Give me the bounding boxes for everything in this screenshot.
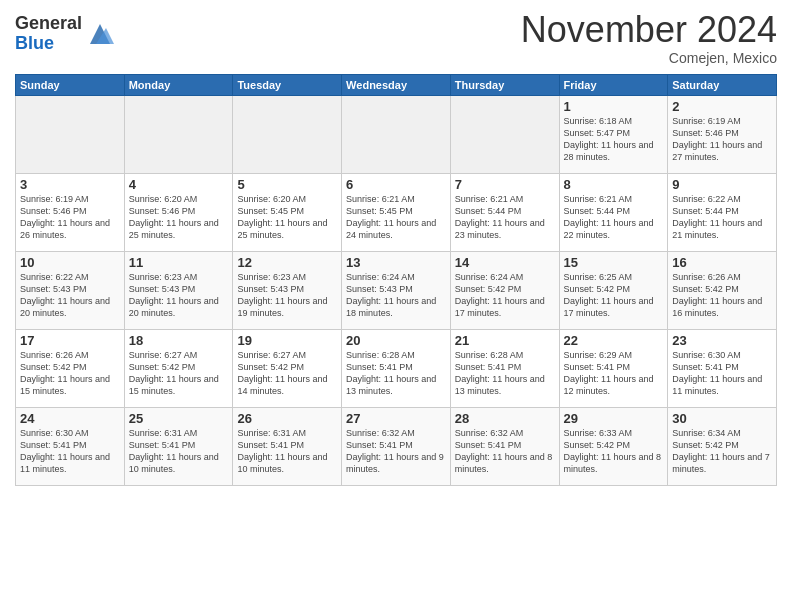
location: Comejen, Mexico — [521, 50, 777, 66]
calendar-cell — [233, 95, 342, 173]
day-detail: Sunrise: 6:28 AM Sunset: 5:41 PM Dayligh… — [455, 349, 555, 398]
calendar-cell: 4Sunrise: 6:20 AM Sunset: 5:46 PM Daylig… — [124, 173, 233, 251]
calendar-cell: 25Sunrise: 6:31 AM Sunset: 5:41 PM Dayli… — [124, 407, 233, 485]
week-row-4: 17Sunrise: 6:26 AM Sunset: 5:42 PM Dayli… — [16, 329, 777, 407]
day-number: 29 — [564, 411, 664, 426]
calendar-cell: 6Sunrise: 6:21 AM Sunset: 5:45 PM Daylig… — [342, 173, 451, 251]
calendar-cell: 30Sunrise: 6:34 AM Sunset: 5:42 PM Dayli… — [668, 407, 777, 485]
day-number: 3 — [20, 177, 120, 192]
header: General Blue November 2024 Comejen, Mexi… — [15, 10, 777, 66]
day-detail: Sunrise: 6:27 AM Sunset: 5:42 PM Dayligh… — [129, 349, 229, 398]
header-row: SundayMondayTuesdayWednesdayThursdayFrid… — [16, 74, 777, 95]
calendar-cell: 22Sunrise: 6:29 AM Sunset: 5:41 PM Dayli… — [559, 329, 668, 407]
day-number: 21 — [455, 333, 555, 348]
calendar-cell: 19Sunrise: 6:27 AM Sunset: 5:42 PM Dayli… — [233, 329, 342, 407]
day-number: 22 — [564, 333, 664, 348]
week-row-3: 10Sunrise: 6:22 AM Sunset: 5:43 PM Dayli… — [16, 251, 777, 329]
logo-text: General Blue — [15, 14, 82, 54]
day-detail: Sunrise: 6:26 AM Sunset: 5:42 PM Dayligh… — [672, 271, 772, 320]
title-section: November 2024 Comejen, Mexico — [521, 10, 777, 66]
calendar-cell: 23Sunrise: 6:30 AM Sunset: 5:41 PM Dayli… — [668, 329, 777, 407]
day-detail: Sunrise: 6:25 AM Sunset: 5:42 PM Dayligh… — [564, 271, 664, 320]
calendar-cell: 3Sunrise: 6:19 AM Sunset: 5:46 PM Daylig… — [16, 173, 125, 251]
day-detail: Sunrise: 6:28 AM Sunset: 5:41 PM Dayligh… — [346, 349, 446, 398]
week-row-2: 3Sunrise: 6:19 AM Sunset: 5:46 PM Daylig… — [16, 173, 777, 251]
calendar-cell: 7Sunrise: 6:21 AM Sunset: 5:44 PM Daylig… — [450, 173, 559, 251]
day-detail: Sunrise: 6:24 AM Sunset: 5:43 PM Dayligh… — [346, 271, 446, 320]
calendar-cell: 26Sunrise: 6:31 AM Sunset: 5:41 PM Dayli… — [233, 407, 342, 485]
day-detail: Sunrise: 6:30 AM Sunset: 5:41 PM Dayligh… — [20, 427, 120, 476]
day-detail: Sunrise: 6:19 AM Sunset: 5:46 PM Dayligh… — [20, 193, 120, 242]
calendar-cell: 11Sunrise: 6:23 AM Sunset: 5:43 PM Dayli… — [124, 251, 233, 329]
calendar-cell: 29Sunrise: 6:33 AM Sunset: 5:42 PM Dayli… — [559, 407, 668, 485]
calendar-cell: 2Sunrise: 6:19 AM Sunset: 5:46 PM Daylig… — [668, 95, 777, 173]
day-detail: Sunrise: 6:22 AM Sunset: 5:43 PM Dayligh… — [20, 271, 120, 320]
day-number: 23 — [672, 333, 772, 348]
day-number: 28 — [455, 411, 555, 426]
week-row-5: 24Sunrise: 6:30 AM Sunset: 5:41 PM Dayli… — [16, 407, 777, 485]
day-number: 16 — [672, 255, 772, 270]
day-number: 12 — [237, 255, 337, 270]
calendar-cell: 28Sunrise: 6:32 AM Sunset: 5:41 PM Dayli… — [450, 407, 559, 485]
day-number: 30 — [672, 411, 772, 426]
day-detail: Sunrise: 6:27 AM Sunset: 5:42 PM Dayligh… — [237, 349, 337, 398]
day-detail: Sunrise: 6:23 AM Sunset: 5:43 PM Dayligh… — [129, 271, 229, 320]
day-number: 20 — [346, 333, 446, 348]
day-number: 17 — [20, 333, 120, 348]
day-header-friday: Friday — [559, 74, 668, 95]
day-header-saturday: Saturday — [668, 74, 777, 95]
week-row-1: 1Sunrise: 6:18 AM Sunset: 5:47 PM Daylig… — [16, 95, 777, 173]
calendar-cell: 20Sunrise: 6:28 AM Sunset: 5:41 PM Dayli… — [342, 329, 451, 407]
day-number: 25 — [129, 411, 229, 426]
day-number: 1 — [564, 99, 664, 114]
month-title: November 2024 — [521, 10, 777, 50]
calendar-cell: 1Sunrise: 6:18 AM Sunset: 5:47 PM Daylig… — [559, 95, 668, 173]
day-detail: Sunrise: 6:23 AM Sunset: 5:43 PM Dayligh… — [237, 271, 337, 320]
calendar-cell: 9Sunrise: 6:22 AM Sunset: 5:44 PM Daylig… — [668, 173, 777, 251]
day-header-wednesday: Wednesday — [342, 74, 451, 95]
day-detail: Sunrise: 6:24 AM Sunset: 5:42 PM Dayligh… — [455, 271, 555, 320]
day-header-monday: Monday — [124, 74, 233, 95]
day-detail: Sunrise: 6:20 AM Sunset: 5:45 PM Dayligh… — [237, 193, 337, 242]
calendar-cell: 21Sunrise: 6:28 AM Sunset: 5:41 PM Dayli… — [450, 329, 559, 407]
calendar-cell: 15Sunrise: 6:25 AM Sunset: 5:42 PM Dayli… — [559, 251, 668, 329]
calendar-cell: 24Sunrise: 6:30 AM Sunset: 5:41 PM Dayli… — [16, 407, 125, 485]
page-container: General Blue November 2024 Comejen, Mexi… — [0, 0, 792, 491]
day-detail: Sunrise: 6:18 AM Sunset: 5:47 PM Dayligh… — [564, 115, 664, 164]
day-detail: Sunrise: 6:29 AM Sunset: 5:41 PM Dayligh… — [564, 349, 664, 398]
calendar-cell: 13Sunrise: 6:24 AM Sunset: 5:43 PM Dayli… — [342, 251, 451, 329]
day-detail: Sunrise: 6:31 AM Sunset: 5:41 PM Dayligh… — [129, 427, 229, 476]
calendar-cell: 5Sunrise: 6:20 AM Sunset: 5:45 PM Daylig… — [233, 173, 342, 251]
day-number: 6 — [346, 177, 446, 192]
day-number: 26 — [237, 411, 337, 426]
calendar-cell — [124, 95, 233, 173]
day-header-sunday: Sunday — [16, 74, 125, 95]
day-number: 27 — [346, 411, 446, 426]
day-number: 8 — [564, 177, 664, 192]
day-number: 9 — [672, 177, 772, 192]
day-number: 24 — [20, 411, 120, 426]
day-number: 7 — [455, 177, 555, 192]
day-detail: Sunrise: 6:21 AM Sunset: 5:44 PM Dayligh… — [564, 193, 664, 242]
day-header-thursday: Thursday — [450, 74, 559, 95]
day-number: 13 — [346, 255, 446, 270]
day-number: 14 — [455, 255, 555, 270]
calendar-cell: 8Sunrise: 6:21 AM Sunset: 5:44 PM Daylig… — [559, 173, 668, 251]
day-number: 10 — [20, 255, 120, 270]
day-number: 18 — [129, 333, 229, 348]
day-number: 5 — [237, 177, 337, 192]
day-detail: Sunrise: 6:33 AM Sunset: 5:42 PM Dayligh… — [564, 427, 664, 476]
day-detail: Sunrise: 6:26 AM Sunset: 5:42 PM Dayligh… — [20, 349, 120, 398]
day-detail: Sunrise: 6:32 AM Sunset: 5:41 PM Dayligh… — [346, 427, 446, 476]
day-detail: Sunrise: 6:20 AM Sunset: 5:46 PM Dayligh… — [129, 193, 229, 242]
calendar-cell: 16Sunrise: 6:26 AM Sunset: 5:42 PM Dayli… — [668, 251, 777, 329]
calendar-cell: 12Sunrise: 6:23 AM Sunset: 5:43 PM Dayli… — [233, 251, 342, 329]
day-detail: Sunrise: 6:34 AM Sunset: 5:42 PM Dayligh… — [672, 427, 772, 476]
day-detail: Sunrise: 6:30 AM Sunset: 5:41 PM Dayligh… — [672, 349, 772, 398]
day-number: 15 — [564, 255, 664, 270]
logo: General Blue — [15, 14, 114, 54]
day-number: 2 — [672, 99, 772, 114]
day-detail: Sunrise: 6:21 AM Sunset: 5:45 PM Dayligh… — [346, 193, 446, 242]
day-detail: Sunrise: 6:19 AM Sunset: 5:46 PM Dayligh… — [672, 115, 772, 164]
day-detail: Sunrise: 6:21 AM Sunset: 5:44 PM Dayligh… — [455, 193, 555, 242]
